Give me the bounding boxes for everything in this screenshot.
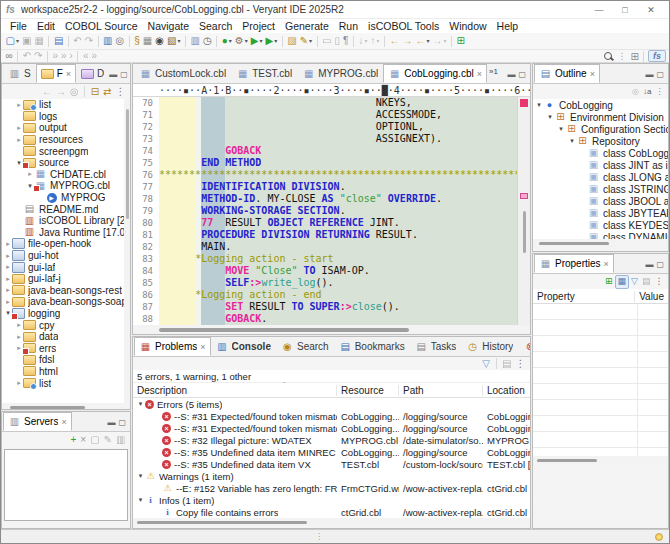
- save-all-icon[interactable]: ▦: [33, 34, 45, 48]
- back-history-icon[interactable]: ←: [388, 34, 401, 48]
- close-icon[interactable]: [604, 259, 609, 269]
- code-line[interactable]: 76**************************************…: [133, 169, 517, 181]
- tree-item[interactable]: gui-laf-j: [2, 273, 130, 285]
- code-line[interactable]: 75 END METHOD: [133, 157, 517, 169]
- maximize-view-icon[interactable]: ▢: [118, 418, 126, 427]
- keys-icon[interactable]: §: [133, 34, 142, 48]
- chevron-down-icon[interactable]: [364, 38, 367, 44]
- link-with-editor-icon[interactable]: ⇄: [102, 85, 113, 99]
- view-tab[interactable]: Search: [276, 337, 334, 356]
- column-header[interactable]: Property: [533, 291, 635, 302]
- link-with-editor-icon[interactable]: ◎: [631, 85, 641, 99]
- new-view-icon[interactable]: ⊞: [604, 275, 615, 289]
- twistie-icon[interactable]: [15, 333, 23, 341]
- problem-row[interactable]: --E: #152 Variable has zero length: FRMC…: [133, 482, 530, 494]
- next-member-icon[interactable]: »: [90, 49, 99, 63]
- minimize-button[interactable]: —: [586, 5, 612, 15]
- search-icon[interactable]: ◉: [154, 34, 166, 48]
- tree-item[interactable]: screenpgm: [2, 145, 130, 157]
- tree-item[interactable]: java-bean-songs-rest: [2, 285, 130, 297]
- scheduler-icon[interactable]: ◷: [201, 34, 213, 48]
- outline-horizontal-scrollbar[interactable]: [533, 239, 668, 247]
- vertical-scrollbar[interactable]: [523, 211, 526, 253]
- chevron-down-icon[interactable]: [274, 38, 277, 44]
- debug-icon[interactable]: ●: [220, 34, 233, 48]
- undo-icon[interactable]: ↶: [72, 34, 83, 48]
- code-line[interactable]: 81 PROCEDURE DIVISION RETURNING RESULT.: [133, 229, 517, 241]
- servers-list[interactable]: [4, 449, 128, 521]
- separator[interactable]: [185, 36, 186, 47]
- menu-item[interactable]: Navigate: [143, 20, 194, 32]
- code-line[interactable]: 78 METHOD-ID. MY-CLOSE AS "close" OVERRI…: [133, 193, 517, 205]
- view-tab[interactable]: Tasks: [410, 337, 462, 356]
- problem-row[interactable]: Warnings (1 item): [133, 470, 530, 482]
- column-header[interactable]: Path: [399, 385, 483, 396]
- twistie-icon[interactable]: [535, 101, 543, 109]
- separator[interactable]: [17, 51, 18, 62]
- menu-item[interactable]: Search: [194, 20, 237, 32]
- minimize-view-icon[interactable]: ▬: [645, 260, 653, 269]
- properties-horizontal-scrollbar[interactable]: [533, 456, 668, 464]
- separator[interactable]: [384, 36, 385, 47]
- show-whitespace-icon[interactable]: ¶: [342, 34, 350, 48]
- editor-tab[interactable]: CobLogging.cbl: [383, 64, 487, 83]
- tree-item[interactable]: list: [2, 377, 130, 389]
- tree-item[interactable]: fdsl: [2, 354, 130, 366]
- problem-row[interactable]: Infos (1 item): [133, 494, 530, 506]
- chevron-down-icon[interactable]: [259, 38, 262, 44]
- tree-item[interactable]: html: [2, 366, 130, 378]
- twistie-icon[interactable]: [4, 252, 12, 260]
- separator[interactable]: [216, 36, 217, 47]
- lightbulb-icon[interactable]: [655, 533, 663, 541]
- tree-item[interactable]: isCOBOL Library [2025.2: [2, 215, 130, 227]
- separator[interactable]: [68, 36, 69, 47]
- code-line[interactable]: 77 IDENTIFICATION DIVISION.: [133, 181, 517, 193]
- problem-row[interactable]: --S: #31 Expected/found token mismatch: …: [133, 422, 530, 434]
- external-tools-icon[interactable]: ⚙: [233, 34, 249, 48]
- code-line[interactable]: 82 MAIN.: [133, 241, 517, 253]
- console-icon[interactable]: ▥: [102, 34, 114, 48]
- minimize-view-icon[interactable]: ▬: [507, 70, 515, 79]
- twistie-icon[interactable]: [15, 321, 23, 329]
- close-button[interactable]: ✕: [638, 5, 664, 15]
- tree-item[interactable]: Java Runtime [17.0.14]: [2, 227, 130, 239]
- tree-item[interactable]: class JLONG as: [533, 171, 668, 183]
- tree-item[interactable]: logs: [2, 111, 130, 123]
- column-header[interactable]: Description: [133, 385, 337, 396]
- twistie-icon[interactable]: [15, 136, 23, 144]
- step-over-icon[interactable]: »: [59, 49, 68, 63]
- view-tab[interactable]: History: [461, 337, 518, 356]
- run-icon[interactable]: ▶: [249, 34, 264, 48]
- delete-server-icon[interactable]: ×: [79, 433, 88, 447]
- code-line[interactable]: 86 *Logging action - end: [133, 289, 517, 301]
- separator[interactable]: [282, 36, 283, 47]
- group-by-icon[interactable]: ▤: [501, 357, 513, 371]
- problem-row[interactable]: Errors (5 items): [133, 398, 530, 410]
- up-icon[interactable]: ◎: [68, 85, 80, 99]
- open-perspective-icon[interactable]: ⊞: [631, 51, 639, 62]
- code-line[interactable]: 84 MOVE "Close" TO ISAM-OP.: [133, 265, 517, 277]
- view-tab[interactable]: Bookmarks: [334, 337, 410, 356]
- view-menu-icon[interactable]: ⋮: [654, 85, 665, 99]
- code-line[interactable]: 72 OPTIONL,: [133, 121, 517, 133]
- veryant-perspective-button[interactable]: fs: [648, 50, 666, 62]
- twistie-icon[interactable]: [4, 286, 12, 294]
- code-line[interactable]: 74 GOBACK: [133, 145, 517, 157]
- chevron-down-icon[interactable]: [443, 38, 446, 44]
- maximize-view-icon[interactable]: ▢: [656, 260, 664, 269]
- menu-item[interactable]: Generate: [280, 20, 334, 32]
- code-line[interactable]: 88 GOBACK.: [133, 313, 517, 325]
- tree-item[interactable]: gui-hot: [2, 250, 130, 262]
- problems-horizontal-scrollbar[interactable]: [133, 518, 530, 526]
- maximize-view-icon[interactable]: ▢: [120, 70, 128, 79]
- editor-tab[interactable]: TEST.cbl: [231, 64, 297, 83]
- twistie-icon[interactable]: [136, 400, 145, 408]
- edit-server-icon[interactable]: ✎: [102, 433, 113, 447]
- new-wizard-icon[interactable]: ▢: [4, 34, 20, 48]
- forward-history-icon[interactable]: →: [401, 34, 414, 48]
- editor-horizontal-scrollbar[interactable]: [133, 325, 530, 335]
- tree-item[interactable]: MYPROG.cbl: [2, 180, 130, 192]
- view-menu-icon[interactable]: ⋮: [514, 357, 527, 371]
- menu-item[interactable]: Project: [237, 20, 280, 32]
- minimize-view-icon[interactable]: ▬: [109, 70, 117, 79]
